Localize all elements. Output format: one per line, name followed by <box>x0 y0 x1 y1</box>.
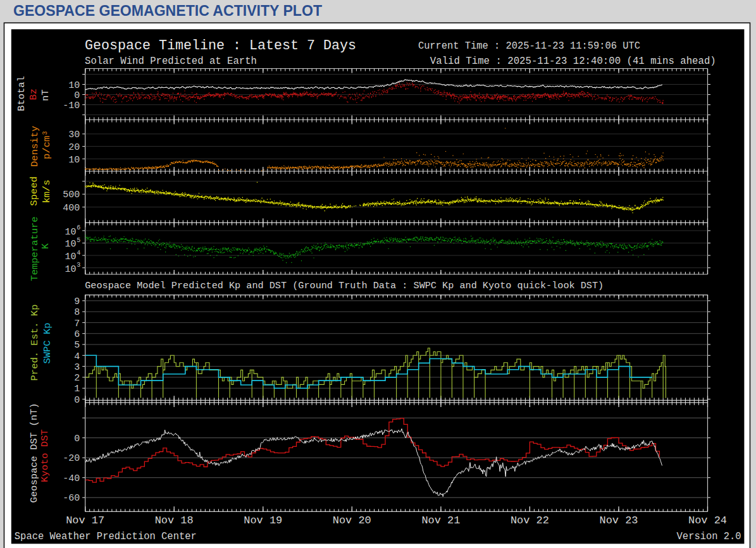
svg-text:0: 0 <box>74 90 80 101</box>
svg-text:20: 20 <box>68 142 80 153</box>
svg-text:-60: -60 <box>63 493 80 504</box>
svg-text:Nov 22: Nov 22 <box>511 515 549 527</box>
svg-text:5: 5 <box>77 237 80 244</box>
svg-text:3: 3 <box>74 362 80 373</box>
svg-text:Nov 19: Nov 19 <box>244 515 282 527</box>
svg-text:Pred. Est. Kp: Pred. Est. Kp <box>29 305 40 381</box>
svg-text:10: 10 <box>65 239 76 250</box>
svg-text:Nov 21: Nov 21 <box>421 515 460 527</box>
svg-text:Nov 20: Nov 20 <box>333 515 371 527</box>
svg-text:6: 6 <box>74 329 80 340</box>
svg-text:Kyoto DST: Kyoto DST <box>39 429 51 482</box>
svg-text:-10: -10 <box>63 100 80 111</box>
svg-text:Valid Time : 2025-11-23 12:40:: Valid Time : 2025-11-23 12:40:00 (41 min… <box>430 56 716 67</box>
svg-text:Current Time : 2025-11-23 11:5: Current Time : 2025-11-23 11:59:06 UTC <box>418 40 640 52</box>
svg-text:7: 7 <box>74 319 80 329</box>
svg-text:1: 1 <box>74 384 80 394</box>
svg-text:Bz: Bz <box>28 88 39 100</box>
svg-text:10: 10 <box>65 264 76 275</box>
svg-text:0: 0 <box>74 395 80 406</box>
svg-text:9: 9 <box>74 296 80 307</box>
svg-text:K: K <box>40 243 51 249</box>
svg-text:-40: -40 <box>63 473 80 484</box>
svg-text:3: 3 <box>77 262 80 269</box>
svg-text:SWPC Kp: SWPC Kp <box>42 322 53 363</box>
svg-text:6: 6 <box>77 224 80 231</box>
svg-text:Temperature: Temperature <box>29 216 40 281</box>
svg-text:Nov 18: Nov 18 <box>155 515 194 527</box>
svg-text:-20: -20 <box>63 453 80 464</box>
svg-text:10: 10 <box>65 227 76 238</box>
svg-text:10: 10 <box>65 252 76 262</box>
svg-text:4: 4 <box>74 351 80 362</box>
svg-text:4: 4 <box>77 250 80 257</box>
svg-text:Space Weather Prediction Cente: Space Weather Prediction Center <box>15 531 197 542</box>
svg-text:GEOSPACE GEOMAGNETIC ACTIVITY: GEOSPACE GEOMAGNETIC ACTIVITY PLOT <box>13 3 323 19</box>
svg-text:30: 30 <box>68 130 80 140</box>
svg-text:Btotal: Btotal <box>16 76 27 111</box>
svg-text:Geospace DST (nT): Geospace DST (nT) <box>28 403 40 502</box>
svg-text:Nov 17: Nov 17 <box>66 515 104 527</box>
svg-text:km/s: km/s <box>41 180 53 203</box>
svg-text:0: 0 <box>74 434 80 444</box>
svg-text:Speed: Speed <box>28 176 40 206</box>
svg-text:8: 8 <box>74 307 80 318</box>
svg-text:10: 10 <box>68 80 80 91</box>
svg-text:Geospace Timeline : Latest 7 D: Geospace Timeline : Latest 7 Days <box>85 38 356 53</box>
svg-text:nT: nT <box>40 89 51 101</box>
svg-text:5: 5 <box>74 340 80 351</box>
svg-text:Version 2.0: Version 2.0 <box>677 531 741 542</box>
svg-text:400: 400 <box>63 203 80 214</box>
svg-text:p/cm: p/cm <box>41 136 53 159</box>
svg-text:2: 2 <box>74 373 80 384</box>
svg-text:500: 500 <box>63 190 80 200</box>
svg-text:Nov 24: Nov 24 <box>688 515 727 527</box>
svg-text:Nov 23: Nov 23 <box>600 515 638 527</box>
svg-text:Solar Wind Predicted at Earth: Solar Wind Predicted at Earth <box>85 56 257 67</box>
svg-text:Geospace Model Predicted Kp an: Geospace Model Predicted Kp and DST (Gro… <box>85 280 604 291</box>
svg-text:3: 3 <box>42 131 49 135</box>
svg-text:10: 10 <box>68 155 80 166</box>
svg-text:Density: Density <box>29 126 40 167</box>
